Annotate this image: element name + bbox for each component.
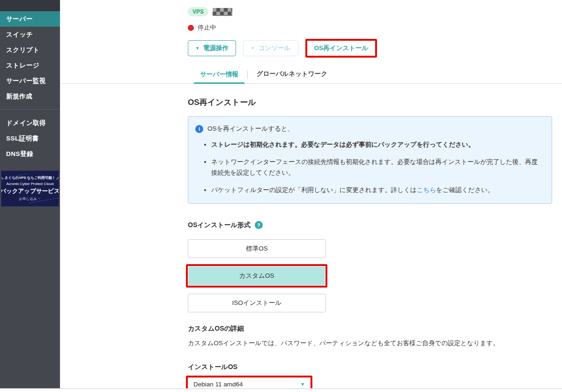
tab-bar: サーバー情報 グローバルネットワーク — [60, 67, 562, 84]
os-select-dropdown[interactable]: Debian 11 amd64 ▼ — [188, 378, 310, 389]
page-title: OS再インストール — [188, 97, 552, 108]
dropdown-caret-icon: ▼ — [300, 382, 305, 387]
annotation-box-os-reinstall: OS再インストール — [305, 39, 377, 58]
custom-os-description: カスタムOSインストールでは、パスワード、パーティションなども全てお客様ご自身で… — [188, 339, 552, 348]
console-button[interactable]: ▼ コンソール — [243, 40, 298, 56]
sidebar-item-script[interactable]: スクリプト — [0, 42, 60, 58]
sidebar-item-switch[interactable]: スイッチ — [0, 27, 60, 42]
bullet3-text-before: パケットフィルターの設定が「利用しない」に変更されます。詳しくは — [211, 186, 417, 193]
install-os-label: インストールOS — [188, 363, 552, 371]
info-bullet-storage: ストレージは初期化されます。必要なデータは必ず事前にバックアップを行ってください… — [211, 140, 542, 150]
status-stopped-icon — [188, 25, 194, 31]
ad-product-name: Acronis Cyber Protect Cloud — [7, 182, 54, 186]
server-name-redacted — [213, 8, 232, 16]
option-standard-os[interactable]: 標準OS — [188, 239, 326, 258]
server-header: VPS 停止中 ▼ 電源操作 ▼ コンソール OS再インストール — [60, 0, 562, 58]
info-bullet-network: ネットワークインターフェースの接続先情報も初期化されます。必要な場合は再インスト… — [211, 157, 542, 178]
sidebar-header — [0, 0, 60, 11]
tab-global-network[interactable]: グローバルネットワーク — [251, 70, 333, 83]
os-reinstall-form: OS再インストール i OSを再インストールすると、 ストレージは初期化されます… — [60, 84, 552, 389]
custom-os-detail-title: カスタムOSの詳細 — [188, 325, 552, 333]
sidebar: サーバー スイッチ スクリプト ストレージ サーバー監視 新規作成 ドメイン取得… — [0, 0, 60, 389]
info-icon: i — [195, 125, 203, 133]
sidebar-item-create-new[interactable]: 新規作成 — [0, 89, 60, 104]
vps-control-panel: サーバー スイッチ スクリプト ストレージ サーバー監視 新規作成 ドメイン取得… — [0, 0, 562, 389]
install-type-label: OSインストール形式 — [188, 221, 251, 229]
sidebar-item-dns[interactable]: DNS登録 — [0, 146, 60, 162]
sidebar-item-domain[interactable]: ドメイン取得 — [0, 115, 60, 131]
os-reinstall-button[interactable]: OS再インストール — [307, 41, 376, 56]
info-intro: OSを再インストールすると、 — [207, 125, 294, 133]
sidebar-item-ssl[interactable]: SSL証明書 — [0, 131, 60, 146]
caret-down-icon: ▼ — [251, 46, 255, 51]
sidebar-item-storage[interactable]: ストレージ — [0, 58, 60, 73]
sidebar-item-server-monitoring[interactable]: サーバー監視 — [0, 73, 60, 89]
ad-cta: お申し込み ☞ — [19, 197, 41, 201]
tab-server-info[interactable]: サーバー情報 — [194, 70, 244, 84]
sidebar-item-server[interactable]: サーバー — [0, 11, 60, 27]
help-icon[interactable]: ? — [255, 221, 263, 229]
console-label: コンソール — [259, 44, 291, 52]
annotation-box-os-select: Debian 11 amd64 ▼ — [186, 376, 312, 389]
ad-service-name: バックアップサービス — [1, 187, 59, 195]
power-operations-label: 電源操作 — [203, 44, 229, 52]
caret-down-icon: ▼ — [195, 46, 200, 51]
info-box: i OSを再インストールすると、 ストレージは初期化されます。必要なデータは必ず… — [188, 116, 552, 204]
os-select-value: Debian 11 amd64 — [193, 381, 243, 388]
annotation-box-custom-os: カスタムOS — [186, 264, 327, 288]
info-bullet-packet-filter: パケットフィルターの設定が「利用しない」に変更されます。詳しくはこちらをご確認く… — [211, 185, 542, 196]
status-text: 停止中 — [198, 23, 216, 32]
details-link[interactable]: こちら — [417, 186, 436, 193]
ad-tagline: ＼ さくらのVPS ならご利用可能！ ／ — [1, 176, 59, 180]
tab-separator — [247, 71, 248, 79]
install-type-options: 標準OS カスタムOS ISOインストール — [188, 239, 552, 312]
option-custom-os[interactable]: カスタムOS — [188, 266, 325, 285]
vps-badge: VPS — [188, 7, 208, 16]
option-iso-install[interactable]: ISOインストール — [188, 294, 326, 312]
power-operations-button[interactable]: ▼ 電源操作 — [188, 40, 236, 56]
sidebar-divider — [0, 109, 60, 110]
bullet3-text-after: をご確認ください。 — [436, 186, 494, 193]
backup-service-ad-banner[interactable]: ＼ さくらのVPS ならご利用可能！ ／ Acronis Cyber Prote… — [1, 170, 59, 207]
main-area: VPS 停止中 ▼ 電源操作 ▼ コンソール OS再インストール — [60, 0, 562, 389]
